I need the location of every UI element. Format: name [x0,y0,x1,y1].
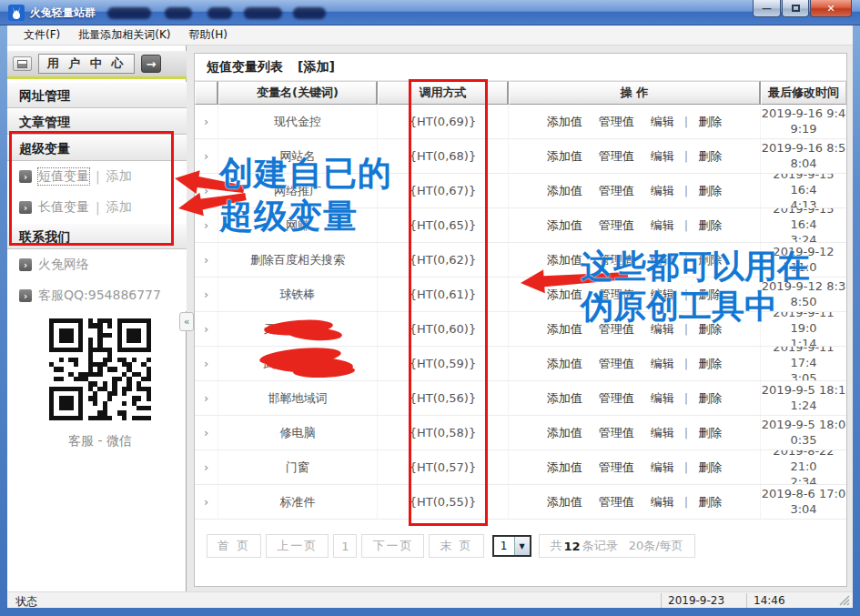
row-expand-icon[interactable]: › [204,184,208,197]
row-expand-icon[interactable]: › [204,426,208,439]
delete-link[interactable]: 删除 [698,287,722,303]
manage-value-link[interactable]: 管理值 [599,425,634,441]
edit-link[interactable]: 编辑 [651,390,674,407]
minimize-button[interactable]: — [753,0,781,17]
prev-page-button[interactable]: 上一页 [266,534,329,558]
sidebar-item-火兔网络[interactable]: ›火兔网络 [7,249,187,280]
edit-link[interactable]: 编辑 [651,148,674,165]
add-value-link[interactable]: 添加值 [547,494,582,510]
table-body: ›现代金控{HT(0,69)}添加值管理值编辑|删除2019-9-16 9:49… [195,105,846,520]
chevron-right-icon: › [19,289,32,302]
add-link[interactable]: 添加 [106,199,132,216]
last-page-button[interactable]: 末 页 [429,534,483,558]
sidebar-section-联系我们[interactable]: 联系我们 [7,223,187,249]
sidebar-nav: 网址管理文章管理超级变量›短值变量|添加›长值变量|添加联系我们›火兔网络›客服… [7,82,187,311]
manage-value-link[interactable]: 管理值 [599,252,634,268]
manage-value-link[interactable]: 管理值 [599,356,634,372]
row-expand-icon[interactable]: › [204,460,208,474]
edit-link[interactable]: 编辑 [651,252,674,268]
separator: | [684,253,688,267]
add-value-link[interactable]: 添加值 [547,217,582,234]
sidebar-section-超级变量[interactable]: 超级变量 [7,135,187,161]
add-value-link[interactable]: 添加值 [547,148,582,165]
add-value-link[interactable]: 添加值 [547,114,582,130]
add-link[interactable]: 添加 [106,168,132,185]
page-number-button[interactable]: 1 [333,534,357,558]
add-variable-link[interactable]: [添加] [298,59,335,76]
manage-value-link[interactable]: 管理值 [599,494,634,510]
add-value-link[interactable]: 添加值 [547,390,582,407]
menu-item-1[interactable]: 文件(F) [16,25,67,45]
manage-value-link[interactable]: 管理值 [599,321,634,338]
expand-cell: › [195,174,218,207]
row-expand-icon[interactable]: › [204,357,208,370]
edit-link[interactable]: 编辑 [651,356,674,372]
maximize-button[interactable] [782,0,809,17]
delete-link[interactable]: 删除 [698,183,722,199]
edit-link[interactable]: 编辑 [651,459,674,476]
variable-name: 网站名 [280,148,316,165]
manage-value-link[interactable]: 管理值 [599,459,634,476]
separator: | [684,495,688,509]
actions-cell: 添加值管理值编辑|删除 [509,278,761,311]
next-page-button[interactable]: 下一页 [361,534,424,558]
delete-link[interactable]: 删除 [698,148,722,165]
resize-grip-icon[interactable] [839,595,851,607]
manage-value-link[interactable]: 管理值 [599,114,634,130]
manage-value-link[interactable]: 管理值 [599,217,634,234]
modified-time-cell: 2019-9-15 16:43:24 [761,208,846,242]
sidebar-item-短值变量[interactable]: ›短值变量|添加 [7,161,187,192]
edit-link[interactable]: 编辑 [651,183,674,199]
edit-link[interactable]: 编辑 [651,494,674,510]
edit-link[interactable]: 编辑 [651,287,674,303]
sidebar-item-客服QQ:954886777[interactable]: ›客服QQ:954886777 [7,280,187,311]
delete-link[interactable]: 删除 [698,459,722,476]
row-expand-icon[interactable]: › [204,218,208,232]
close-button[interactable]: ✕ [810,0,852,17]
add-value-link[interactable]: 添加值 [547,321,582,338]
add-value-link[interactable]: 添加值 [547,356,582,372]
delete-link[interactable]: 删除 [698,356,722,372]
expand-cell: › [195,208,218,242]
manage-value-link[interactable]: 管理值 [599,148,634,165]
manage-value-link[interactable]: 管理值 [599,183,634,199]
row-expand-icon[interactable]: › [204,391,208,405]
edit-link[interactable]: 编辑 [651,217,674,234]
row-expand-icon[interactable]: › [204,115,208,128]
sidebar-item-长值变量[interactable]: ›长值变量|添加 [7,192,187,223]
panel-minimize-button[interactable] [13,56,32,71]
manage-value-link[interactable]: 管理值 [599,287,634,303]
delete-link[interactable]: 删除 [698,217,722,234]
user-center-button[interactable]: 用 户 中 心 [38,54,135,74]
delete-link[interactable]: 删除 [698,321,722,338]
add-value-link[interactable]: 添加值 [547,459,582,476]
row-expand-icon[interactable]: › [204,495,208,509]
add-value-link[interactable]: 添加值 [547,425,582,441]
edit-link[interactable]: 编辑 [651,321,674,338]
manage-value-link[interactable]: 管理值 [599,390,634,407]
delete-link[interactable]: 删除 [698,494,722,510]
row-expand-icon[interactable]: › [204,149,208,163]
add-value-link[interactable]: 添加值 [547,252,582,268]
add-value-link[interactable]: 添加值 [547,287,582,303]
row-expand-icon[interactable]: › [204,288,208,301]
edit-link[interactable]: 编辑 [651,114,674,130]
first-page-button[interactable]: 首 页 [207,534,261,558]
sidebar-section-文章管理[interactable]: 文章管理 [7,108,187,135]
delete-link[interactable]: 删除 [698,390,722,407]
go-arrow-button[interactable]: → [141,55,161,73]
add-value-link[interactable]: 添加值 [547,183,582,199]
menu-item-3[interactable]: 帮助(H) [182,25,235,45]
edit-link[interactable]: 编辑 [651,425,674,441]
menu-item-2[interactable]: 批量添加相关词(K) [71,25,177,45]
sidebar-collapse-button[interactable]: « [179,312,194,331]
row-expand-icon[interactable]: › [204,322,208,336]
page-select[interactable]: 1 ▼ [492,535,531,557]
row-expand-icon[interactable]: › [204,253,208,267]
delete-link[interactable]: 删除 [698,114,722,130]
delete-link[interactable]: 删除 [698,252,722,268]
sidebar-section-网址管理[interactable]: 网址管理 [7,82,187,108]
panel-title: 短值变量列表 [207,59,283,76]
column-header-最后修改时间: 最后修改时间 [761,81,846,105]
delete-link[interactable]: 删除 [698,425,722,441]
